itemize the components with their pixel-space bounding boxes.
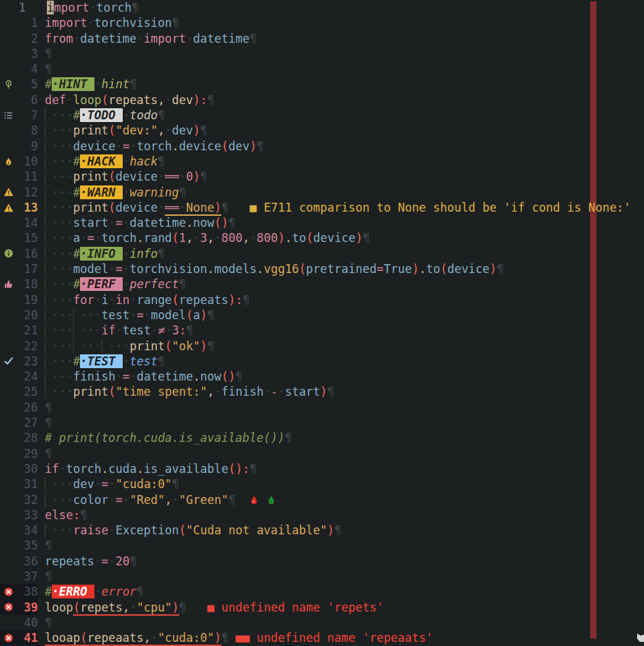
code-line[interactable]: 23▏···#·TEST ·test¶ — [0, 354, 644, 369]
token: ··· — [52, 231, 73, 245]
token: ■■ undefined name 'repeaats' — [235, 631, 433, 645]
code-area[interactable]: 1import·torch¶1import·torchvision¶2from·… — [0, 0, 644, 645]
code-line[interactable]: 17▏···model·=·torchvision.models.vgg16(p… — [0, 261, 644, 276]
token: device — [115, 201, 157, 214]
token: ··· — [52, 154, 73, 168]
token: · — [278, 385, 285, 398]
token: · — [130, 308, 137, 322]
token: ¶ — [208, 93, 214, 107]
code-line[interactable]: 28# print(torch.cuda.is_available())¶ — [0, 430, 644, 445]
code-line[interactable]: 38#·ERRO ·error¶ — [0, 584, 644, 599]
token: ▏ — [45, 370, 52, 383]
code-line[interactable]: 26¶ — [0, 400, 644, 415]
code-line[interactable]: 1import·torchvision¶ — [0, 15, 644, 30]
code-line[interactable]: 19▏···for·i·in·range(repeats):¶ — [0, 292, 644, 307]
token: = — [101, 477, 108, 491]
code-line[interactable]: 16▏···#·INFO ·info¶ — [0, 246, 644, 261]
code-line[interactable]: 37¶ — [0, 569, 644, 584]
line-number: 19 — [17, 292, 38, 307]
error-icon — [0, 600, 17, 615]
line-number: 37 — [17, 569, 38, 584]
token: error — [101, 585, 137, 598]
code-line[interactable]: 13▏···print(device·══·None)¶ ■ E711 comp… — [0, 200, 644, 215]
code-line[interactable]: 15▏···a·=·torch.rand(1,·3,·800,·800).to(… — [0, 230, 644, 245]
token: now — [200, 370, 221, 383]
code-line[interactable]: 20▏···▏···test·=·model(a)¶ — [0, 307, 644, 323]
code-text: ▏···dev·=·"cuda:0"¶ — [38, 476, 179, 492]
token: ) — [214, 201, 221, 216]
token: dev — [172, 123, 193, 137]
token: , — [143, 631, 150, 646]
code-line[interactable]: 35¶ — [0, 538, 644, 553]
code-line[interactable]: 40¶ — [0, 615, 644, 630]
token: ▏ — [45, 108, 52, 122]
token: · — [94, 477, 101, 491]
code-line[interactable]: 14▏···start·=·datetime.now()¶ — [0, 215, 644, 230]
code-line[interactable]: 7▏···#·TODO ·todo¶ — [0, 108, 644, 123]
line-number: 1 — [17, 0, 40, 15]
code-line[interactable]: 12▏···#·WARN ·warning¶ — [0, 185, 644, 200]
code-line[interactable]: 21▏···▏···if·test·≠·3:¶ — [0, 323, 644, 338]
code-text: ▏···color·=·"Red",·"Green"¶ — [38, 492, 277, 507]
code-line[interactable]: 41looap(repeaats,·"cuda:0")¶ ■■ undefine… — [0, 630, 644, 645]
token: · — [214, 385, 221, 398]
code-line[interactable]: 34▏···raise·Exception("Cuda not availabl… — [0, 523, 644, 538]
code-line[interactable]: 31▏···dev·=·"cuda:0"¶ — [0, 476, 644, 492]
token: ( — [440, 262, 447, 276]
sign-column — [0, 139, 17, 154]
token: ¶ — [179, 277, 186, 291]
token: ) — [193, 93, 200, 107]
token: ( — [221, 139, 228, 153]
token: ▏ — [73, 323, 80, 337]
code-line[interactable]: 18▏···#·PERF ·perfect¶ — [0, 276, 644, 292]
line-number: 31 — [17, 476, 38, 492]
token: ··· — [108, 339, 130, 353]
code-line[interactable]: 27¶ — [0, 415, 644, 430]
token: ··· — [52, 170, 73, 183]
token: : — [243, 462, 250, 476]
token: ▏ — [45, 247, 52, 261]
code-line[interactable]: 25▏···print("time spent:",·finish·-·star… — [0, 384, 644, 399]
token: ▏ — [45, 523, 52, 537]
token: to — [426, 262, 440, 276]
code-line[interactable]: 3¶ — [0, 46, 644, 61]
sign-column — [0, 230, 17, 245]
token: i — [47, 1, 54, 14]
sign-column — [0, 400, 17, 415]
code-line[interactable]: 24▏···finish·=·datetime.now()¶ — [0, 369, 644, 384]
code-line[interactable]: 4¶ — [0, 61, 644, 77]
code-line[interactable]: 30if·torch.cuda.is_available():¶ — [0, 461, 644, 476]
sign-column — [0, 307, 17, 323]
token: datetime — [137, 370, 193, 383]
code-line[interactable]: 36repeats·=·20¶ — [0, 554, 644, 569]
token: ■ E711 comparison to None should be 'if … — [250, 201, 631, 214]
token: ) — [235, 462, 242, 476]
token: ▏ — [45, 477, 52, 491]
token: · — [123, 185, 130, 199]
code-line[interactable]: 29¶ — [0, 446, 644, 461]
code-line[interactable]: 1import·torch¶ — [0, 0, 644, 15]
code-line[interactable]: 22▏···▏···▏···print("ok")¶ — [0, 339, 644, 354]
code-line[interactable]: 9▏···device·=·torch.device(dev)¶ — [0, 139, 644, 154]
code-line[interactable]: 32▏···color·=·"Red",·"Green"¶ — [0, 492, 644, 507]
code-line[interactable]: 8▏···print("dev:",·dev)¶ — [0, 123, 644, 138]
code-line[interactable]: 33else:¶ — [0, 507, 644, 523]
code-line[interactable]: 10▏···#·HACK ·hack¶ — [0, 154, 644, 169]
code-text: ▏···print("time spent:",·finish·-·start)… — [38, 384, 334, 399]
token: test — [130, 354, 158, 368]
code-text: # print(torch.cuda.is_available())¶ — [38, 430, 292, 445]
code-line[interactable]: 5#·HINT ·hint¶ — [0, 77, 644, 92]
code-line[interactable]: 2from·datetime·import·datetime¶ — [0, 31, 644, 46]
code-line[interactable]: 6def·loop(repeats,·dev):¶ — [0, 92, 644, 108]
token: ¶ — [172, 477, 179, 491]
token: "ok" — [172, 339, 200, 353]
code-line[interactable]: 11▏···print(device·══·0)¶ — [0, 169, 644, 184]
sign-column — [0, 430, 17, 445]
token: torch — [66, 462, 101, 476]
code-line[interactable]: 39loop(repets,·"cpu")¶ ■ undefined name … — [0, 600, 644, 615]
token: ══ — [165, 170, 179, 183]
token: . — [101, 462, 108, 476]
code-text: import·torch¶ — [40, 0, 139, 15]
token: · — [123, 108, 130, 122]
token: · — [179, 170, 186, 183]
